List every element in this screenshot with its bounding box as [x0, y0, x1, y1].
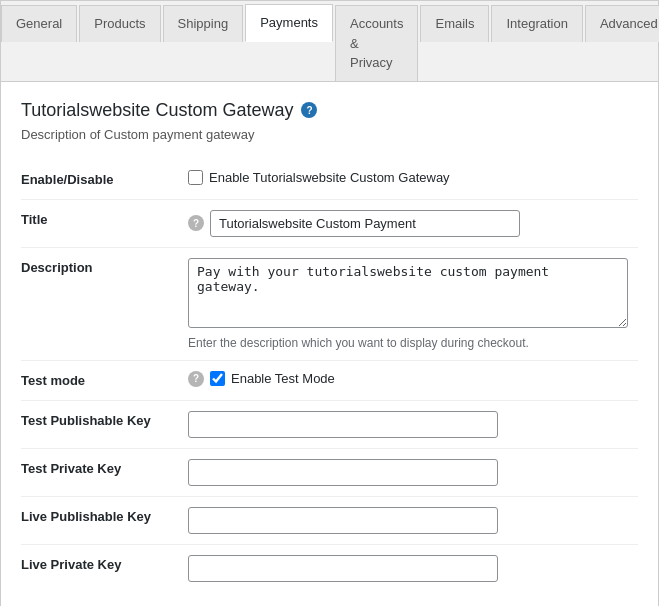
test-private-key-input[interactable] — [188, 459, 498, 486]
description-hint: Enter the description which you want to … — [188, 336, 628, 350]
live-private-key-label: Live Private Key — [21, 544, 178, 592]
live-publishable-key-input[interactable] — [188, 507, 498, 534]
live-private-key-row: Live Private Key — [21, 544, 638, 592]
test-publishable-key-label: Test Publishable Key — [21, 400, 178, 448]
title-row: Title ? — [21, 199, 638, 247]
tab-payments[interactable]: Payments — [245, 1, 335, 81]
test-private-key-label: Test Private Key — [21, 448, 178, 496]
live-private-key-input[interactable] — [188, 555, 498, 582]
test-mode-checkbox-label[interactable]: Enable Test Mode — [231, 371, 335, 386]
test-publishable-key-input[interactable] — [188, 411, 498, 438]
enable-disable-field: Enable Tutorialswebsite Custom Gateway — [188, 170, 628, 185]
test-mode-help-icon[interactable]: ? — [188, 371, 204, 387]
description-row: Description Pay with your tutorialswebsi… — [21, 247, 638, 360]
test-private-key-row: Test Private Key — [21, 448, 638, 496]
title-field: ? — [188, 210, 628, 237]
test-mode-row: Test mode ? Enable Test Mode — [21, 360, 638, 400]
title-label: Title — [21, 199, 178, 247]
tab-emails[interactable]: Emails — [420, 1, 491, 81]
tab-bar: General Products Shipping Payments Accou… — [1, 1, 658, 82]
live-publishable-key-row: Live Publishable Key — [21, 496, 638, 544]
info-icon[interactable]: ? — [301, 102, 317, 118]
test-mode-field: ? Enable Test Mode — [188, 371, 628, 387]
enable-disable-checkbox-label[interactable]: Enable Tutorialswebsite Custom Gateway — [209, 170, 450, 185]
title-help-icon[interactable]: ? — [188, 215, 204, 231]
live-publishable-key-label: Live Publishable Key — [21, 496, 178, 544]
enable-disable-checkbox[interactable] — [188, 170, 203, 185]
description-textarea[interactable]: Pay with your tutorialswebsite custom pa… — [188, 258, 628, 328]
settings-form: Enable/Disable Enable Tutorialswebsite C… — [21, 160, 638, 592]
test-mode-label: Test mode — [21, 360, 178, 400]
test-publishable-key-row: Test Publishable Key — [21, 400, 638, 448]
tab-accounts-privacy[interactable]: Accounts & Privacy — [335, 1, 420, 81]
enable-disable-row: Enable/Disable Enable Tutorialswebsite C… — [21, 160, 638, 200]
tab-advanced[interactable]: Advanced — [585, 1, 659, 81]
tab-integration[interactable]: Integration — [491, 1, 584, 81]
description-label: Description — [21, 247, 178, 360]
page-description: Description of Custom payment gateway — [21, 127, 638, 142]
tab-products[interactable]: Products — [79, 1, 162, 81]
tab-general[interactable]: General — [1, 1, 79, 81]
tab-shipping[interactable]: Shipping — [163, 1, 246, 81]
test-mode-checkbox[interactable] — [210, 371, 225, 386]
title-input[interactable] — [210, 210, 520, 237]
page-title: Tutorialswebsite Custom Gateway ? — [21, 100, 638, 121]
enable-disable-label: Enable/Disable — [21, 160, 178, 200]
settings-page: General Products Shipping Payments Accou… — [0, 0, 659, 606]
content-area: Tutorialswebsite Custom Gateway ? Descri… — [1, 82, 658, 607]
